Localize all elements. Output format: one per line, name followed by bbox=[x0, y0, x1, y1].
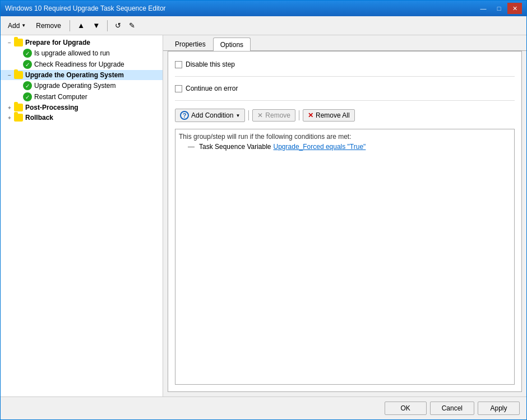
condition-toolbar: ? Add Condition ▼ ✕ Remove ✕ Remove All bbox=[175, 106, 515, 124]
green-check-icon: ✓ bbox=[23, 81, 32, 90]
apply-button[interactable]: Apply bbox=[478, 402, 520, 415]
expand-icon: + bbox=[5, 115, 14, 121]
tree-item-upgrade-step[interactable]: ✓ Upgrade Operating System bbox=[1, 80, 163, 91]
refresh-button[interactable]: ↺ bbox=[112, 20, 124, 31]
disable-step-checkbox[interactable] bbox=[175, 61, 182, 68]
refresh-icon: ↺ bbox=[115, 21, 121, 30]
add-label: Add bbox=[8, 22, 20, 30]
maximize-button[interactable]: □ bbox=[492, 3, 506, 14]
condition-description: This group/step will run if the followin… bbox=[179, 133, 511, 141]
tree-item-restart[interactable]: ✓ Restart Computer bbox=[1, 91, 163, 102]
add-dropdown-arrow: ▼ bbox=[21, 23, 26, 28]
tree-item-rollback[interactable]: + Rollback bbox=[1, 113, 163, 123]
folder-icon bbox=[14, 114, 23, 122]
move-up-icon: ▲ bbox=[77, 21, 85, 30]
title-bar: Windows 10 Required Upgrade Task Sequenc… bbox=[1, 1, 526, 16]
expand-icon: − bbox=[5, 40, 14, 46]
main-window: Windows 10 Required Upgrade Task Sequenc… bbox=[0, 0, 527, 420]
continue-error-label: Continue on error bbox=[186, 85, 238, 92]
tree-item-post-processing[interactable]: + Post-Processing bbox=[1, 102, 163, 113]
remove-all-x-icon: ✕ bbox=[308, 111, 313, 119]
tab-options[interactable]: Options bbox=[213, 38, 251, 51]
condition-area: This group/step will run if the followin… bbox=[175, 129, 515, 385]
add-condition-arrow: ▼ bbox=[235, 113, 240, 118]
tab-properties[interactable]: Properties bbox=[168, 38, 213, 50]
minimize-button[interactable]: — bbox=[476, 3, 491, 14]
tree-item-is-upgrade[interactable]: ✓ Is upgrade allowed to run bbox=[1, 48, 163, 59]
cancel-button[interactable]: Cancel bbox=[430, 402, 474, 415]
add-condition-button[interactable]: ? Add Condition ▼ bbox=[175, 109, 245, 122]
move-up-button[interactable]: ▲ bbox=[75, 20, 87, 31]
green-check-icon: ✓ bbox=[23, 92, 32, 101]
folder-icon bbox=[14, 104, 23, 111]
ok-button[interactable]: OK bbox=[385, 402, 427, 415]
right-panel: Properties Options Disable this step Con… bbox=[163, 35, 526, 396]
tree-label-prepare: Prepare for Upgrade bbox=[25, 39, 90, 46]
main-content: − Prepare for Upgrade ✓ Is upgrade allow… bbox=[1, 35, 526, 396]
condition-link[interactable]: Upgrade_Forced equals "True" bbox=[274, 143, 366, 151]
remove-all-button[interactable]: ✕ Remove All bbox=[303, 109, 355, 122]
cond-sep-2 bbox=[299, 110, 299, 120]
expand-icon: + bbox=[5, 105, 14, 111]
condition-row-prefix: Task Sequence Variable bbox=[199, 143, 271, 151]
expand-icon: − bbox=[5, 72, 14, 78]
separator-1 bbox=[175, 76, 515, 77]
toolbar-sep-1 bbox=[70, 20, 70, 31]
toolbar-sep-2 bbox=[107, 20, 108, 31]
continue-error-row: Continue on error bbox=[175, 82, 515, 95]
tree-label-check-readiness: Check Readiness for Upgrade bbox=[34, 60, 124, 68]
tree-label-restart: Restart Computer bbox=[34, 93, 87, 101]
tree-label-upgrade-step: Upgrade Operating System bbox=[34, 82, 115, 90]
separator-2 bbox=[175, 100, 515, 101]
tabs-container: Properties Options bbox=[163, 35, 526, 51]
tree-label-post-processing: Post-Processing bbox=[25, 104, 78, 111]
condition-dash: — bbox=[188, 143, 195, 151]
move-down-button[interactable]: ▼ bbox=[90, 20, 103, 31]
tree-item-check-readiness[interactable]: ✓ Check Readiness for Upgrade bbox=[1, 59, 163, 70]
remove-condition-x-icon: ✕ bbox=[257, 111, 263, 119]
question-icon: ? bbox=[180, 111, 189, 120]
tree-label-is-upgrade: Is upgrade allowed to run bbox=[34, 49, 110, 57]
folder-icon bbox=[14, 71, 23, 79]
green-check-icon: ✓ bbox=[23, 49, 32, 58]
window-title: Windows 10 Required Upgrade Task Sequenc… bbox=[5, 4, 166, 12]
close-button[interactable]: ✕ bbox=[507, 3, 522, 14]
tree-label-rollback: Rollback bbox=[25, 114, 53, 122]
continue-error-checkbox[interactable] bbox=[175, 85, 182, 92]
add-button[interactable]: Add ▼ bbox=[4, 20, 30, 31]
remove-button[interactable]: Remove bbox=[32, 20, 65, 31]
folder-icon bbox=[14, 39, 23, 46]
edit-button[interactable]: ✎ bbox=[126, 20, 138, 31]
options-tab-content: Disable this step Continue on error ? Ad… bbox=[168, 51, 522, 392]
disable-step-row: Disable this step bbox=[175, 58, 515, 71]
cond-sep-1 bbox=[248, 110, 249, 120]
bottom-bar: OK Cancel Apply bbox=[1, 396, 526, 419]
disable-step-label: Disable this step bbox=[186, 60, 235, 68]
remove-condition-label: Remove bbox=[265, 111, 290, 119]
remove-label: Remove bbox=[36, 22, 61, 30]
tree-item-prepare[interactable]: − Prepare for Upgrade bbox=[1, 38, 163, 48]
remove-all-label: Remove All bbox=[316, 111, 350, 119]
tree-item-upgrade-os[interactable]: − Upgrade the Operating System bbox=[1, 70, 163, 80]
move-down-icon: ▼ bbox=[93, 21, 100, 30]
condition-row: — Task Sequence Variable Upgrade_Forced … bbox=[179, 143, 511, 151]
toolbar: Add ▼ Remove ▲ ▼ ↺ ✎ bbox=[1, 16, 526, 35]
window-controls: — □ ✕ bbox=[476, 3, 522, 14]
tree-panel: − Prepare for Upgrade ✓ Is upgrade allow… bbox=[1, 35, 163, 396]
green-check-icon: ✓ bbox=[23, 60, 32, 69]
remove-condition-button[interactable]: ✕ Remove bbox=[252, 109, 295, 122]
tree-label-upgrade-os: Upgrade the Operating System bbox=[25, 71, 124, 79]
edit-icon: ✎ bbox=[129, 21, 135, 30]
add-condition-label: Add Condition bbox=[191, 111, 233, 119]
